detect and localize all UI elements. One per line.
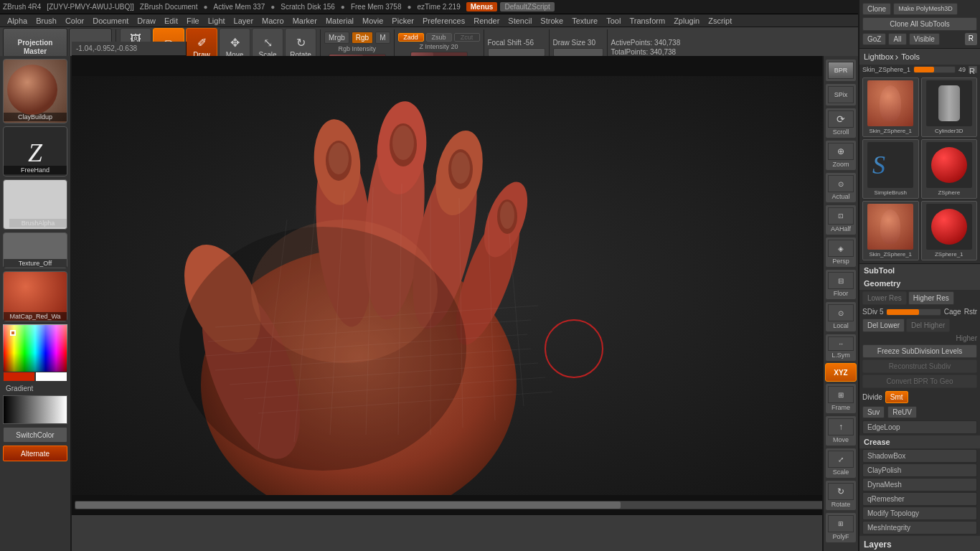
reconstruct-subdiv-button[interactable]: Reconstruct Subdiv	[862, 359, 977, 373]
menu-draw[interactable]: Draw	[133, 14, 160, 27]
menu-macro[interactable]: Macro	[258, 14, 288, 27]
defaultz-button[interactable]: DefaultZScript	[500, 2, 554, 11]
menu-texture[interactable]: Texture	[567, 14, 602, 27]
lightbox-header[interactable]: Lightbox › Tools	[859, 49, 980, 65]
lb-simplebrush[interactable]: S SimpleBrush	[862, 139, 919, 199]
bpr-button[interactable]: BPR	[825, 59, 857, 82]
canvas-area[interactable]	[72, 56, 858, 515]
floor-button[interactable]: ⊟ Floor	[825, 269, 857, 300]
visible-button[interactable]: Visible	[909, 33, 940, 45]
menu-transform[interactable]: Transform	[625, 14, 669, 27]
menu-stencil[interactable]: Stencil	[504, 14, 536, 27]
texture-off[interactable]: Texture_Off	[3, 232, 67, 268]
dynamesh-button[interactable]: DynaMesh	[862, 478, 977, 491]
menu-document[interactable]: Document	[88, 14, 133, 27]
geometry-header[interactable]: Geometry	[859, 277, 980, 290]
del-higher-button[interactable]: Del Higher	[906, 319, 950, 332]
skin-zsphere-r[interactable]: R	[969, 66, 977, 73]
meshintegrity-button[interactable]: MeshIntegrity	[862, 521, 977, 534]
sdiv-slider[interactable]	[886, 309, 941, 316]
menu-picker[interactable]: Picker	[387, 14, 418, 27]
menu-render[interactable]: Render	[469, 14, 504, 27]
lsym-button[interactable]: ↔ L.Sym	[825, 334, 857, 362]
horizontal-scrollbar[interactable]	[75, 501, 855, 509]
aahalf-button[interactable]: ⊡ AAHalf	[825, 204, 857, 235]
qremesher-button[interactable]: qRemesher	[862, 492, 977, 506]
focal-shift-slider[interactable]	[488, 48, 545, 57]
menu-stroke[interactable]: Stroke	[536, 14, 567, 27]
edgeloop-button[interactable]: EdgeLoop	[862, 420, 977, 434]
all-button[interactable]: All	[888, 33, 906, 45]
menu-file[interactable]: File	[182, 14, 204, 27]
skin-zsphere-slider[interactable]	[913, 66, 956, 73]
switch-color-button[interactable]: SwitchColor	[3, 427, 67, 443]
matcap-material[interactable]: MatCap_Red_Wa	[3, 271, 67, 321]
scroll-button[interactable]: ⟳ Scroll	[825, 108, 857, 138]
rtool-scale-button[interactable]: ⤢ Scale	[825, 448, 857, 479]
zsub-button[interactable]: Zsub	[426, 33, 452, 42]
make-polymesh-button[interactable]: Make PolyMesh3D	[893, 3, 958, 15]
menu-movie[interactable]: Movie	[358, 14, 387, 27]
draw-size-slider[interactable]	[553, 48, 603, 57]
frame-button[interactable]: ⊞ Frame	[825, 383, 857, 414]
freehand-brush[interactable]: Z FreeHand	[3, 126, 67, 176]
lb-cylinder3d[interactable]: Cylinder3D	[921, 77, 978, 137]
clone-button[interactable]: Clone	[862, 3, 891, 15]
convert-bpr-button[interactable]: Convert BPR To Geo	[862, 375, 977, 388]
menu-light[interactable]: Light	[204, 14, 230, 27]
zoom-button[interactable]: ⊕ Zoom	[825, 140, 857, 171]
color-picker[interactable]	[3, 324, 67, 382]
brush-alpha[interactable]: BrushAlpha	[3, 179, 67, 230]
zadd-button[interactable]: Zadd	[398, 33, 424, 42]
menu-layer[interactable]: Layer	[230, 14, 258, 27]
goz-button[interactable]: GoZ	[862, 33, 886, 45]
spix-button[interactable]: SPix	[825, 83, 857, 106]
shadowbox-button[interactable]: ShadowBox	[862, 449, 977, 463]
claypolish-button[interactable]: ClayPolish	[862, 463, 977, 477]
lb-skin-zsphere1-2[interactable]: Skin_ZSphere_1	[862, 201, 919, 260]
xyz-button[interactable]: XYZ	[825, 363, 857, 382]
persp-button[interactable]: ◈ Persp	[825, 237, 857, 268]
menu-zplugin[interactable]: Zplugin	[669, 14, 704, 27]
zcut-button[interactable]: Zcut	[454, 33, 480, 42]
claybuildup-brush[interactable]: ClayBuildup	[3, 59, 67, 123]
menu-edit[interactable]: Edit	[160, 14, 182, 27]
lb-skin-zsphere1[interactable]: Skin_ZSphere_1	[862, 77, 919, 137]
m-button[interactable]: M	[375, 32, 390, 44]
foreground-color[interactable]	[3, 372, 35, 382]
modify-topology-button[interactable]: Modify Topology	[862, 507, 977, 520]
polyf-button[interactable]: ⊞ PolyF	[825, 512, 857, 543]
reuv-button[interactable]: ReUV	[887, 406, 917, 418]
lower-res-button[interactable]: Lower Res	[862, 291, 907, 305]
menu-zscript[interactable]: Zscript	[704, 14, 736, 27]
rgb-button[interactable]: Rgb	[352, 32, 373, 44]
menu-brush[interactable]: Brush	[32, 14, 61, 27]
menu-tool[interactable]: Tool	[602, 14, 625, 27]
menus-button[interactable]: Menus	[466, 2, 498, 11]
crease-header[interactable]: Crease	[859, 435, 980, 448]
menu-material[interactable]: Material	[321, 14, 358, 27]
menu-alpha[interactable]: Alpha	[3, 14, 32, 27]
gradient-bar[interactable]	[3, 395, 67, 424]
smt-button[interactable]: Smt	[885, 391, 908, 403]
local-button[interactable]: ⊙ Local	[825, 301, 857, 332]
menu-color[interactable]: Color	[61, 14, 88, 27]
alternate-button[interactable]: Alternate	[3, 446, 67, 461]
background-color[interactable]	[35, 372, 67, 382]
del-lower-button[interactable]: Del Lower	[862, 319, 905, 332]
r-button[interactable]: R	[965, 33, 977, 45]
lb-zsphere[interactable]: ZSphere	[921, 139, 978, 199]
lb-zsphere1[interactable]: ZSphere_1	[921, 201, 978, 260]
main-canvas[interactable]	[72, 76, 858, 495]
menu-preferences[interactable]: Preferences	[418, 14, 469, 27]
layers-header[interactable]: Layers	[859, 536, 980, 551]
menu-marker[interactable]: Marker	[288, 14, 321, 27]
subtool-header[interactable]: SubTool	[859, 264, 980, 277]
actual-button[interactable]: ⊙ Actual	[825, 172, 857, 203]
rtool-rotate-button[interactable]: ↻ Rotate	[825, 480, 857, 511]
higher-res-button[interactable]: Higher Res	[908, 291, 954, 305]
mrgb-button[interactable]: Mrgb	[324, 32, 349, 44]
suv-button[interactable]: Suv	[862, 406, 885, 418]
clone-all-subtools-button[interactable]: Clone All SubTools	[862, 17, 977, 31]
freeze-subdiv-button[interactable]: Freeze SubDivision Levels	[862, 344, 977, 358]
